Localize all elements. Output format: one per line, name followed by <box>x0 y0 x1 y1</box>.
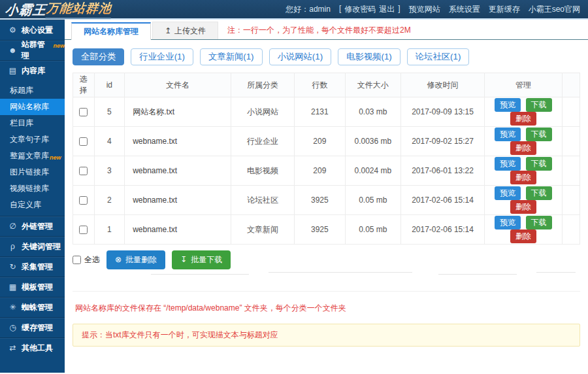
submenu-label: 图片链接库 <box>10 164 49 180</box>
select-all-checkbox[interactable] <box>73 256 81 264</box>
delete-button[interactable]: 删除 <box>510 230 536 243</box>
batch-delete-button[interactable]: ⊗ 批量删除 <box>106 250 165 269</box>
tab-upload-file[interactable]: ↥ 上传文件 <box>152 22 218 39</box>
keyword-icon: ρ <box>8 242 17 251</box>
header-filename: 文件名 <box>125 73 231 97</box>
row-checkbox[interactable] <box>79 137 88 146</box>
header-modified: 修改时间 <box>401 73 485 97</box>
sidebar-item-other-tools[interactable]: ⇄ 其他工具 <box>0 337 65 358</box>
submenu-item-webname-library[interactable]: 网站名称库 <box>0 99 65 115</box>
cell-lines: 209 <box>295 127 346 156</box>
submenu-label: 视频链接库 <box>10 180 49 197</box>
submenu-label: 自定义库 <box>10 197 41 213</box>
batch-action-bar: 全选 ⊗ 批量删除 ↧ 批量下载 <box>73 250 580 269</box>
download-button[interactable]: 下载 <box>526 128 552 141</box>
delete-button[interactable]: 删除 <box>510 112 536 126</box>
cell-actions: 预览 下载 删除 <box>485 156 563 186</box>
link-icon: ∅ <box>8 222 17 231</box>
delete-button[interactable]: 删除 <box>510 171 536 184</box>
sidebar-item-label: 站群管理 <box>22 39 48 61</box>
category-movie-button[interactable]: 电影视频(1) <box>338 48 400 65</box>
sidebar-item-collection-management[interactable]: ↻ 采集管理 <box>0 256 65 277</box>
category-all-button[interactable]: 全部分类 <box>73 48 124 65</box>
preview-button[interactable]: 预览 <box>495 128 521 141</box>
table-row: 1 webname.txt 文章新闻 3925 0.05 mb 2017-02-… <box>73 215 580 245</box>
preview-button[interactable]: 预览 <box>495 98 521 112</box>
cell-actions: 预览 下载 删除 <box>485 127 563 156</box>
submenu-item-title-library[interactable]: 标题库 <box>0 82 65 99</box>
category-news-button[interactable]: 文章新闻(1) <box>200 48 263 65</box>
select-all-label: 全选 <box>84 254 100 265</box>
category-industry-button[interactable]: 行业企业(1) <box>131 48 193 65</box>
sidebar-item-content-library[interactable]: ▤ 内容库 <box>0 60 65 80</box>
submenu-item-column-library[interactable]: 栏目库 <box>0 115 65 131</box>
submenu-item-image-link-library[interactable]: 图片链接库 <box>0 164 65 180</box>
cell-actions: 预览 下载 删除 <box>485 186 563 215</box>
tab-webname-library-management[interactable]: 网站名称库管理 <box>71 22 151 40</box>
logout-link[interactable]: 退出 <box>379 4 395 15</box>
submenu-label: 栏目库 <box>10 115 33 131</box>
row-checkbox[interactable] <box>79 167 88 175</box>
delete-button[interactable]: 删除 <box>510 141 536 155</box>
cell-modified: 2017-02-06 15:14 <box>401 215 485 245</box>
category-novel-button[interactable]: 小说网站(1) <box>269 48 332 65</box>
sidebar-item-label: 内容库 <box>22 65 45 76</box>
upload-icon: ↥ <box>165 23 171 39</box>
greeting-text: 您好：admin <box>286 4 331 15</box>
sidebar-item-template-management[interactable]: ▦ 模板管理 <box>0 277 65 297</box>
submenu-item-sentence-library[interactable]: 文章句子库 <box>0 131 65 148</box>
download-button[interactable]: 下载 <box>526 186 552 200</box>
row-checkbox[interactable] <box>79 108 88 116</box>
download-tray-icon: ↧ <box>180 255 187 264</box>
tab-note-text: 注：一行一个，为了性能，每个文件最好不要超过2M <box>227 22 411 39</box>
cell-actions: 预览 下载 删除 <box>485 215 563 245</box>
preview-site-link[interactable]: 预览网站 <box>409 4 440 15</box>
sidebar-item-label: 核心设置 <box>22 25 53 36</box>
download-button[interactable]: 下载 <box>526 98 552 112</box>
refresh-icon: ↻ <box>8 262 17 271</box>
delete-button[interactable]: 删除 <box>510 200 536 214</box>
cell-spacer <box>562 127 580 156</box>
users-icon: ☻ <box>8 46 17 55</box>
cell-modified: 2017-09-02 15:27 <box>401 127 485 156</box>
preview-button[interactable]: 预览 <box>495 216 521 230</box>
category-forum-button[interactable]: 论坛社区(1) <box>407 48 470 65</box>
cell-filename: webname.txt <box>125 156 231 186</box>
category-filter-bar: 全部分类 行业企业(1) 文章新闻(1) 小说网站(1) 电影视频(1) 论坛社… <box>65 40 588 73</box>
system-settings-link[interactable]: 系统设置 <box>449 4 480 15</box>
cell-category: 行业企业 <box>231 127 295 156</box>
download-button[interactable]: 下载 <box>526 216 552 230</box>
header-id: id <box>94 73 125 97</box>
account-links: [ 修改密码 退出 ] <box>339 4 400 15</box>
submenu-item-article-library[interactable]: 整篇文章库 new <box>0 148 65 164</box>
refresh-cache-link[interactable]: 更新缓存 <box>489 4 520 15</box>
row-checkbox[interactable] <box>79 226 88 234</box>
sidebar-item-spider-management[interactable]: ✳ 蜘蛛管理 <box>0 297 65 317</box>
submenu-item-custom-library[interactable]: 自定义库 <box>0 197 65 213</box>
sidebar-item-external-links[interactable]: ∅ 外链管理 <box>0 216 65 236</box>
preview-button[interactable]: 预览 <box>495 157 521 171</box>
batch-download-button[interactable]: ↧ 批量下载 <box>172 250 231 269</box>
download-button[interactable]: 下载 <box>526 157 552 171</box>
official-site-link[interactable]: 小霸王seo官网 <box>529 4 580 15</box>
cell-spacer <box>562 215 580 245</box>
sidebar-item-cache-management[interactable]: ◷ 缓存管理 <box>0 317 65 337</box>
submenu-label: 标题库 <box>10 82 33 99</box>
sidebar-item-label: 采集管理 <box>22 262 53 273</box>
preview-button[interactable]: 预览 <box>495 186 521 200</box>
cell-lines: 3925 <box>295 186 346 215</box>
submenu-item-video-link-library[interactable]: 视频链接库 <box>0 180 65 197</box>
logo-text-left: 小霸王 <box>4 1 47 19</box>
change-password-link[interactable]: 修改密码 <box>344 4 376 15</box>
sidebar-item-label: 缓存管理 <box>22 322 53 333</box>
cell-category: 论坛社区 <box>231 186 295 215</box>
sidebar-item-keyword-management[interactable]: ρ 关键词管理 <box>0 236 65 256</box>
grid-icon: ▦ <box>8 282 17 292</box>
select-all-control[interactable]: 全选 <box>73 254 100 265</box>
row-checkbox[interactable] <box>79 196 88 205</box>
cell-filename: webname.txt <box>125 186 231 215</box>
new-badge: new <box>53 42 65 49</box>
sidebar-item-sitegroup-management[interactable]: ☻ 站群管理 new <box>0 40 65 60</box>
sidebar-item-core-settings[interactable]: ⚙ 核心设置 <box>0 20 65 40</box>
table-header-row: 选择 id 文件名 所属分类 行数 文件大小 修改时间 管理 <box>73 73 580 97</box>
